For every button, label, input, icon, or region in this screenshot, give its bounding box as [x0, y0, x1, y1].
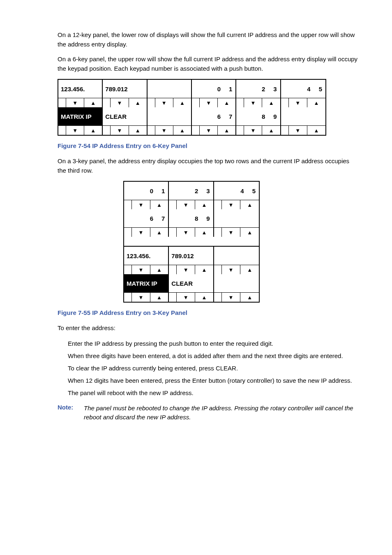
up-icon[interactable] [262, 98, 280, 107]
arrows[interactable] [192, 126, 236, 135]
figure-caption-54: Figure 7-54 IP Address Entry on 6-Key Pa… [58, 142, 359, 149]
cell-67[interactable]: 67 [124, 209, 169, 227]
arrows[interactable] [169, 228, 214, 237]
arrows[interactable] [214, 200, 259, 209]
up-icon[interactable] [129, 126, 147, 135]
up-icon[interactable] [173, 98, 191, 107]
up-icon[interactable] [240, 265, 259, 274]
up-icon[interactable] [150, 293, 168, 302]
cell-67[interactable]: 67 [192, 107, 236, 125]
arrows[interactable] [169, 265, 214, 274]
cell-blank [214, 247, 259, 265]
down-icon[interactable] [132, 200, 150, 209]
up-icon[interactable] [195, 200, 213, 209]
cell-23[interactable]: 23 [169, 182, 214, 200]
down-icon[interactable] [200, 98, 217, 107]
up-icon[interactable] [84, 98, 102, 107]
cell-blank [148, 80, 192, 98]
intro-12key: On a 12-key panel, the lower row of disp… [58, 30, 359, 49]
up-icon[interactable] [195, 293, 213, 302]
down-icon[interactable] [244, 98, 262, 107]
arrows[interactable] [148, 98, 192, 107]
down-icon[interactable] [200, 126, 217, 135]
up-icon[interactable] [262, 126, 280, 135]
arrows[interactable] [169, 293, 214, 302]
up-icon[interactable] [240, 228, 259, 237]
down-icon[interactable] [132, 228, 150, 237]
up-icon[interactable] [195, 228, 213, 237]
down-icon[interactable] [289, 126, 307, 135]
up-icon[interactable] [240, 293, 259, 302]
note-text: The panel must be rebooted to change the… [84, 404, 359, 422]
cell-matrix-ip[interactable]: MATRIX IP [58, 107, 103, 125]
note-label: Note: [58, 404, 76, 411]
arrows[interactable] [169, 200, 214, 209]
arrows[interactable] [103, 98, 147, 107]
up-icon[interactable] [240, 200, 259, 209]
arrows[interactable] [58, 126, 103, 135]
up-icon[interactable] [307, 98, 325, 107]
gap [124, 237, 259, 246]
up-icon[interactable] [217, 98, 235, 107]
cell-blank [214, 274, 259, 292]
enter-address-heading: To enter the address: [58, 324, 359, 333]
step-3: To clear the IP address currently being … [68, 363, 359, 373]
arrows[interactable] [236, 126, 281, 135]
arrows[interactable] [281, 98, 325, 107]
down-icon[interactable] [177, 265, 195, 274]
up-icon[interactable] [195, 265, 213, 274]
down-icon[interactable] [111, 98, 128, 107]
arrows[interactable] [192, 98, 236, 107]
cell-45[interactable]: 45 [214, 182, 259, 200]
note: Note: The panel must be rebooted to chan… [58, 404, 359, 422]
down-icon[interactable] [244, 126, 262, 135]
cell-01[interactable]: 01 [192, 80, 236, 98]
cell-89[interactable]: 89 [236, 107, 281, 125]
cell-blank [281, 107, 325, 125]
down-icon[interactable] [132, 265, 150, 274]
down-icon[interactable] [177, 200, 195, 209]
down-icon[interactable] [132, 293, 150, 302]
arrows[interactable] [281, 126, 325, 135]
arrows[interactable] [124, 265, 169, 274]
down-icon[interactable] [289, 98, 307, 107]
down-icon[interactable] [222, 265, 240, 274]
cell-01[interactable]: 01 [124, 182, 169, 200]
cell-89[interactable]: 89 [169, 209, 214, 227]
arrows[interactable] [214, 228, 259, 237]
cell-ip-b: 789.012 [169, 247, 214, 265]
cell-matrix-ip[interactable]: MATRIX IP [124, 274, 169, 292]
up-icon[interactable] [217, 126, 235, 135]
down-icon[interactable] [66, 98, 84, 107]
cell-clear[interactable]: CLEAR [169, 274, 214, 292]
down-icon[interactable] [177, 293, 195, 302]
up-icon[interactable] [129, 98, 147, 107]
down-icon[interactable] [111, 126, 128, 135]
down-icon[interactable] [177, 228, 195, 237]
down-icon[interactable] [155, 98, 173, 107]
down-icon[interactable] [66, 126, 84, 135]
arrows[interactable] [236, 98, 281, 107]
down-icon[interactable] [222, 200, 240, 209]
up-icon[interactable] [150, 228, 168, 237]
down-icon[interactable] [155, 126, 173, 135]
down-icon[interactable] [222, 228, 240, 237]
arrows[interactable] [214, 293, 259, 302]
arrows[interactable] [124, 200, 169, 209]
up-icon[interactable] [84, 126, 102, 135]
up-icon[interactable] [307, 126, 325, 135]
arrows[interactable] [214, 265, 259, 274]
arrows[interactable] [124, 293, 169, 302]
up-icon[interactable] [150, 265, 168, 274]
up-icon[interactable] [150, 200, 168, 209]
arrows[interactable] [58, 98, 103, 107]
cell-23[interactable]: 23 [236, 80, 281, 98]
arrows[interactable] [103, 126, 147, 135]
cell-clear[interactable]: CLEAR [103, 107, 147, 125]
arrows[interactable] [148, 126, 192, 135]
cell-45[interactable]: 45 [281, 80, 325, 98]
intro-3key: On a 3-key panel, the address entry disp… [58, 157, 359, 175]
down-icon[interactable] [222, 293, 240, 302]
arrows[interactable] [124, 228, 169, 237]
up-icon[interactable] [173, 126, 191, 135]
